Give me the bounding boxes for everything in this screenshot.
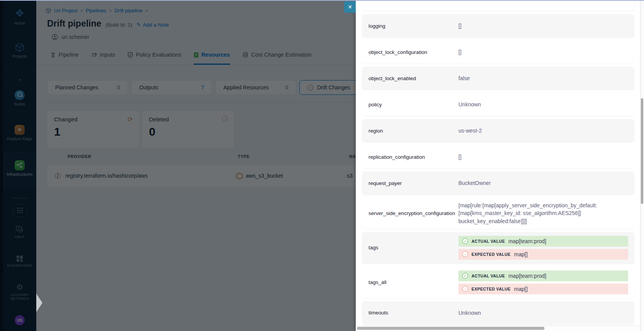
actual-value-label: ACTUAL VALUE: [472, 239, 505, 244]
attribute-value: []: [458, 48, 628, 56]
attribute-key: object_lock_enabled: [362, 76, 458, 81]
drift-attribute-row: tags_all✓ACTUAL VALUEmap[team:prod]−EXPE…: [362, 267, 634, 298]
expected-value: map[]: [514, 286, 527, 292]
close-icon: ✕: [348, 4, 352, 10]
attribute-value: BucketOwner: [458, 179, 628, 187]
drift-attribute-row: logging[]: [362, 14, 634, 37]
window-top-edge: [0, 0, 644, 1]
actual-value-band: ✓ACTUAL VALUEmap[team:prod]: [458, 271, 628, 281]
drawer-expand-handle[interactable]: [36, 294, 42, 312]
check-circle-icon: ✓: [462, 273, 468, 279]
minus-circle-icon: −: [462, 251, 468, 257]
attribute-key: tags: [362, 245, 458, 250]
expected-value: map[]: [514, 251, 527, 257]
attribute-key: logging: [362, 23, 458, 29]
expected-value-band: −EXPECTED VALUEmap[]: [458, 249, 628, 260]
check-circle-icon: ✓: [462, 238, 468, 244]
attribute-key: tags_all: [362, 279, 458, 285]
expected-value-band: −EXPECTED VALUEmap[]: [458, 284, 628, 294]
attribute-value: Unknown: [458, 309, 628, 317]
actual-value-label: ACTUAL VALUE: [472, 274, 505, 278]
drift-attribute-row: timeoutsUnknown: [362, 301, 634, 324]
minus-circle-icon: −: [462, 286, 468, 292]
attribute-value: Unknown: [458, 101, 628, 108]
attribute-diff: ✓ACTUAL VALUEmap[team:prod]−EXPECTED VAL…: [458, 236, 628, 260]
attribute-value: false: [458, 74, 628, 82]
attribute-key: request_payer: [362, 180, 458, 186]
drift-attribute-row: object_lock_enabledfalse: [362, 67, 634, 90]
attribute-value: []: [458, 153, 628, 161]
drift-attribute-row: policyUnknown: [362, 93, 634, 116]
drift-attribute-row: object_lock_configuration[]: [362, 40, 634, 64]
attribute-key: timeouts: [362, 310, 458, 316]
drawer-close-button[interactable]: ✕: [344, 1, 356, 13]
attribute-key: region: [362, 128, 458, 134]
attribute-value: us-west-2: [458, 127, 628, 134]
attribute-key: object_lock_configuration: [362, 49, 458, 55]
expected-value-label: EXPECTED VALUE: [472, 252, 510, 257]
actual-value: map[team:prod]: [509, 273, 546, 279]
modal-dim-overlay: [0, 1, 356, 331]
attribute-key: replication_configuration: [362, 154, 458, 160]
attribute-diff: ✓ACTUAL VALUEmap[team:prod]−EXPECTED VAL…: [458, 271, 628, 294]
partial-scrolled-row: [362, 1, 634, 11]
vertical-scrollbar[interactable]: [640, 1, 644, 331]
drift-attribute-row: regionus-west-2: [362, 119, 634, 142]
drift-attribute-row: tags✓ACTUAL VALUEmap[team:prod]−EXPECTED…: [362, 232, 634, 264]
expected-value-label: EXPECTED VALUE: [472, 287, 510, 291]
drift-attribute-row: replication_configuration[]: [362, 145, 634, 168]
drift-details-drawer: logging[]object_lock_configuration[]obje…: [356, 1, 641, 331]
vertical-scrollbar-thumb[interactable]: [641, 98, 643, 204]
actual-value: map[team:prod]: [509, 238, 546, 244]
attribute-value: [map[rule:[map[apply_server_side_encrypt…: [458, 202, 628, 225]
horizontal-scrollbar[interactable]: [356, 326, 641, 331]
attribute-value: []: [458, 22, 628, 30]
attribute-key: policy: [362, 102, 458, 108]
drift-attribute-list: logging[]object_lock_configuration[]obje…: [362, 1, 634, 328]
horizontal-scrollbar-thumb[interactable]: [357, 327, 544, 330]
drift-attribute-row: server_side_encryption_configuration[map…: [362, 198, 634, 229]
actual-value-band: ✓ACTUAL VALUEmap[team:prod]: [458, 236, 628, 247]
drift-attribute-row: request_payerBucketOwner: [362, 171, 634, 195]
attribute-key: server_side_encryption_configuration: [362, 210, 458, 216]
app-window: ❖ Home Projects ▲ Builds ⚑ Feature Flags…: [0, 0, 644, 331]
